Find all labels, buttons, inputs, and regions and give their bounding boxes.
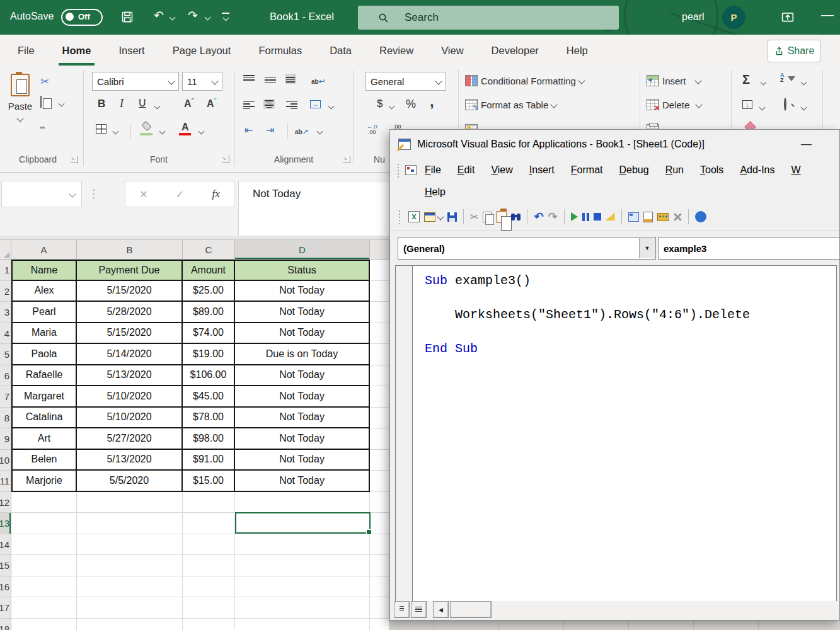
cell-a15[interactable] [11, 555, 77, 576]
vba-cut-icon[interactable] [470, 211, 478, 223]
cell-d2[interactable]: Not Today [235, 281, 370, 302]
cell-a4[interactable]: Maria [11, 323, 77, 345]
view-excel-icon[interactable] [408, 211, 420, 222]
cell-c13[interactable] [183, 513, 235, 534]
code-window-icon[interactable] [405, 165, 417, 175]
cell-c17[interactable] [183, 597, 235, 619]
insert-userform-icon[interactable] [424, 212, 435, 222]
underline-chevron-icon[interactable] [154, 103, 161, 110]
currency-chevron-icon[interactable] [389, 103, 395, 110]
cell-b9[interactable]: 5/27/2020 [77, 428, 183, 450]
fill-chevron-icon[interactable] [759, 105, 766, 111]
row-header-12[interactable]: 12 [0, 492, 11, 513]
tab-formulas[interactable]: Formulas [245, 35, 316, 66]
alignment-dialog-launcher-icon[interactable] [343, 156, 350, 163]
save-icon[interactable] [121, 11, 134, 23]
fill-color-chevron-icon[interactable] [159, 129, 166, 135]
cell-d14[interactable] [235, 534, 370, 556]
formula-bar-divider-icon[interactable] [88, 187, 99, 200]
decrease-indent-icon[interactable] [245, 124, 253, 136]
number-format-combo[interactable]: General [365, 72, 446, 91]
run-macro-icon[interactable] [571, 212, 578, 221]
paste-button[interactable]: Paste [5, 71, 35, 134]
cell-b10[interactable]: 5/13/2020 [77, 450, 183, 471]
tab-page-layout[interactable]: Page Layout [159, 35, 245, 66]
avatar[interactable]: P [722, 6, 745, 29]
row-header-15[interactable]: 15 [0, 555, 11, 576]
conditional-formatting-button[interactable]: Conditional Formatting [465, 75, 584, 86]
merge-center-icon[interactable] [310, 100, 321, 108]
menubar-drag-handle[interactable] [398, 163, 399, 178]
row-header-3[interactable]: 3 [0, 302, 11, 323]
cell-e17[interactable] [370, 597, 389, 619]
ribbon-display-options-icon[interactable] [781, 11, 794, 23]
row-header-7[interactable]: 7 [0, 386, 11, 408]
redo-button[interactable] [188, 8, 198, 23]
cell-a16[interactable] [11, 576, 77, 598]
comma-style-button[interactable]: , [430, 93, 434, 110]
cell-a3[interactable]: Pearl [11, 302, 77, 323]
clipboard-dialog-launcher-icon[interactable] [71, 156, 78, 163]
increase-indent-icon[interactable] [266, 124, 274, 136]
cell-a10[interactable]: Belen [11, 450, 77, 471]
reset-icon[interactable] [594, 213, 601, 220]
selected-cell-outline[interactable] [235, 512, 371, 534]
cell-d12[interactable] [235, 492, 370, 513]
vba-menu-insert[interactable]: Insert [521, 161, 563, 180]
vba-menu-run[interactable]: Run [657, 161, 692, 180]
cell-b13[interactable] [77, 513, 183, 534]
vba-paste-icon[interactable] [496, 211, 507, 223]
object-browser-icon[interactable] [673, 212, 682, 221]
cell-d16[interactable] [235, 576, 370, 598]
procedure-view-button[interactable] [394, 601, 410, 618]
toolbox-icon[interactable] [657, 213, 669, 221]
cell-a2[interactable]: Alex [11, 281, 77, 302]
font-dialog-launcher-icon[interactable] [222, 156, 229, 163]
vba-menu-format[interactable]: Format [563, 161, 611, 180]
vba-copy-icon[interactable] [483, 212, 492, 222]
row-header-14[interactable]: 14 [0, 534, 11, 556]
cell-a7[interactable]: Margaret [11, 386, 77, 408]
column-header-c[interactable]: C [183, 240, 235, 260]
cell-e2[interactable] [370, 281, 389, 302]
cell-d9[interactable]: Not Today [235, 428, 370, 450]
tab-data[interactable]: Data [316, 35, 365, 66]
vba-menu-addins[interactable]: Add-Ins [732, 161, 783, 180]
font-color-icon[interactable]: A [181, 122, 189, 133]
cell-c15[interactable] [183, 555, 235, 576]
vba-minimize-button[interactable] [801, 138, 812, 151]
cell-d1[interactable]: Status [235, 260, 370, 281]
cell-e12[interactable] [370, 492, 389, 513]
scroll-left-button[interactable] [433, 601, 449, 618]
cell-a1[interactable]: Name [11, 260, 77, 281]
delete-cells-button[interactable]: Delete [647, 99, 701, 110]
cell-d10[interactable]: Not Today [235, 450, 370, 471]
vba-menu-view[interactable]: View [483, 161, 521, 180]
cell-b3[interactable]: 5/28/2020 [77, 302, 183, 323]
cell-b5[interactable]: 5/14/2020 [77, 344, 183, 365]
confirm-entry-icon[interactable]: ✓ [176, 188, 184, 200]
row-header-1[interactable]: 1 [0, 260, 11, 281]
orientation-button[interactable]: ab [295, 125, 309, 137]
column-header-a[interactable]: A [11, 240, 77, 260]
cell-a6[interactable]: Rafaelle [11, 365, 77, 387]
vba-menu-file[interactable]: File [417, 161, 449, 180]
cell-e6[interactable] [370, 365, 389, 387]
cell-b11[interactable]: 5/5/2020 [77, 471, 183, 492]
cell-b14[interactable] [77, 534, 183, 556]
format-as-table-chevron-icon[interactable] [551, 101, 558, 108]
vba-menu-window[interactable]: W [783, 161, 809, 180]
cell-e18[interactable] [370, 619, 389, 630]
insert-cells-button[interactable]: Insert [647, 75, 701, 86]
middle-align-button[interactable] [265, 75, 276, 85]
cell-e5[interactable] [370, 344, 389, 365]
column-header-b[interactable]: B [77, 240, 183, 260]
code-margin-bar[interactable] [396, 266, 413, 601]
cell-c12[interactable] [183, 492, 235, 513]
copy-icon[interactable] [40, 96, 42, 108]
cell-a17[interactable] [11, 597, 77, 619]
cell-b1[interactable]: Payment Due [77, 260, 183, 281]
cell-a12[interactable] [11, 492, 77, 513]
decrease-font-size-button[interactable]: Aˇ [207, 97, 216, 110]
user-name[interactable]: pearl [682, 11, 705, 23]
